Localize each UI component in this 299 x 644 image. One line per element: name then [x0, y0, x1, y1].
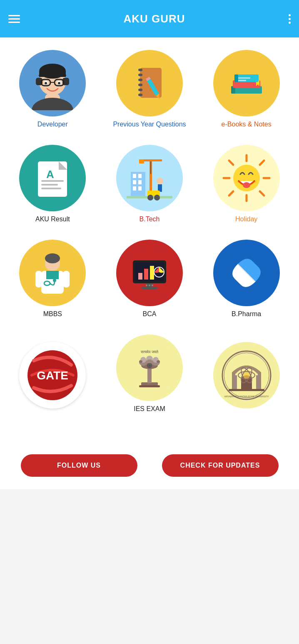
holiday-svg [219, 151, 274, 205]
svg-rect-88 [150, 266, 154, 280]
svg-rect-44 [41, 188, 61, 189]
mbbs-label: MBBS [43, 310, 62, 318]
grid-row-3: MBBS [4, 240, 295, 318]
pyq-item[interactable]: Previous Year Questions [108, 50, 191, 128]
svg-rect-50 [138, 180, 142, 184]
svg-point-94 [152, 285, 153, 286]
svg-point-16 [58, 82, 60, 84]
developer-icon [19, 50, 86, 116]
aku-univ-icon: ARYABHATTA KNOWLEDGE UNIVERSITY [213, 342, 280, 409]
bca-label: BCA [143, 310, 157, 318]
svg-point-92 [146, 285, 147, 286]
holiday-item[interactable]: Holiday [205, 145, 288, 223]
holiday-label: Holiday [235, 215, 257, 223]
svg-rect-19 [138, 69, 142, 71]
menu-button[interactable] [8, 15, 20, 23]
aku-result-svg: A [25, 151, 80, 205]
svg-point-109 [157, 360, 160, 363]
svg-rect-51 [133, 186, 136, 191]
ies-svg: सत्यमेव जयते [122, 341, 177, 395]
mbbs-icon [19, 240, 86, 306]
svg-rect-101 [139, 385, 160, 387]
svg-rect-87 [144, 269, 148, 280]
bpharma-label: B.Pharma [232, 310, 261, 318]
grid-row-2: A AKU Result [4, 145, 295, 223]
svg-rect-86 [138, 273, 142, 280]
svg-point-15 [45, 82, 47, 84]
aku-result-item[interactable]: A AKU Result [11, 145, 94, 223]
btech-item[interactable]: B.Tech [108, 145, 191, 223]
ebooks-icon [213, 50, 280, 116]
svg-text:A: A [46, 168, 54, 181]
ebooks-item[interactable]: e-Books & Notes [205, 50, 288, 128]
gate-item[interactable]: GATE [11, 342, 94, 413]
btech-label: B.Tech [140, 215, 160, 223]
svg-rect-35 [238, 80, 246, 81]
svg-rect-127 [229, 389, 264, 391]
pyq-icon [116, 50, 183, 116]
svg-rect-34 [238, 77, 250, 79]
svg-rect-43 [41, 184, 58, 186]
svg-text:सत्यमेव जयते: सत्यमेव जयते [140, 349, 159, 354]
svg-rect-48 [138, 174, 142, 178]
follow-us-button[interactable]: FOLLOW US [21, 454, 137, 477]
bpharma-icon [213, 240, 280, 306]
svg-point-106 [139, 360, 142, 363]
ebooks-svg [219, 56, 274, 110]
svg-rect-52 [138, 186, 142, 191]
developer-item[interactable]: Developer [11, 50, 94, 128]
developer-avatar-svg [25, 56, 80, 110]
svg-point-61 [147, 195, 153, 201]
bpharma-svg [219, 246, 274, 300]
svg-rect-81 [35, 271, 42, 287]
grid-row-4: GATE [4, 334, 295, 413]
ies-icon: सत्यमेव जयते [116, 334, 183, 401]
aku-univ-svg: ARYABHATTA KNOWLEDGE UNIVERSITY [219, 348, 274, 402]
main-content: Developer [0, 37, 299, 446]
gate-svg: GATE [25, 348, 80, 402]
svg-point-57 [157, 178, 163, 184]
svg-rect-122 [256, 375, 259, 390]
svg-point-76 [45, 253, 60, 263]
ebooks-label: e-Books & Notes [222, 121, 272, 128]
ies-label: IES EXAM [134, 405, 165, 413]
bottom-actions: FOLLOW US CHECK FOR UPDATES [0, 446, 299, 489]
svg-rect-21 [138, 79, 142, 81]
svg-rect-42 [41, 180, 64, 182]
svg-rect-47 [133, 174, 136, 178]
svg-point-80 [53, 279, 56, 282]
svg-point-62 [154, 195, 160, 201]
holiday-icon [213, 145, 280, 211]
ies-item[interactable]: सत्यमेव जयते IES EXAM [108, 334, 191, 413]
more-options-button[interactable] [289, 14, 291, 24]
btech-icon [116, 145, 183, 211]
developer-label: Developer [37, 121, 68, 128]
mbbs-svg [25, 246, 80, 300]
bca-icon [116, 240, 183, 306]
pyq-svg [122, 56, 177, 110]
app-header: AKU GURU [0, 0, 299, 37]
app-title: AKU GURU [123, 12, 185, 25]
aku-result-icon: A [19, 145, 86, 211]
svg-rect-56 [139, 159, 144, 163]
pyq-label: Previous Year Questions [113, 121, 186, 128]
svg-point-93 [149, 285, 150, 286]
bpharma-item[interactable]: B.Pharma [205, 240, 288, 318]
svg-rect-121 [234, 375, 237, 390]
btech-svg [122, 151, 177, 205]
grid-row-1: Developer [4, 50, 295, 128]
svg-rect-20 [138, 74, 142, 76]
svg-rect-82 [63, 271, 70, 287]
mbbs-item[interactable]: MBBS [11, 240, 94, 318]
aku-univ-item[interactable]: ARYABHATTA KNOWLEDGE UNIVERSITY [205, 342, 288, 413]
bca-item[interactable]: BCA [108, 240, 191, 318]
svg-rect-49 [133, 180, 136, 184]
svg-rect-24 [138, 94, 142, 96]
svg-rect-36 [234, 74, 238, 82]
svg-rect-91 [142, 287, 157, 289]
check-updates-button[interactable]: CHECK FOR UPDATES [162, 454, 279, 477]
svg-point-111 [147, 359, 152, 364]
aku-result-label: AKU Result [35, 215, 70, 223]
svg-rect-23 [138, 89, 142, 91]
svg-point-73 [243, 182, 250, 188]
